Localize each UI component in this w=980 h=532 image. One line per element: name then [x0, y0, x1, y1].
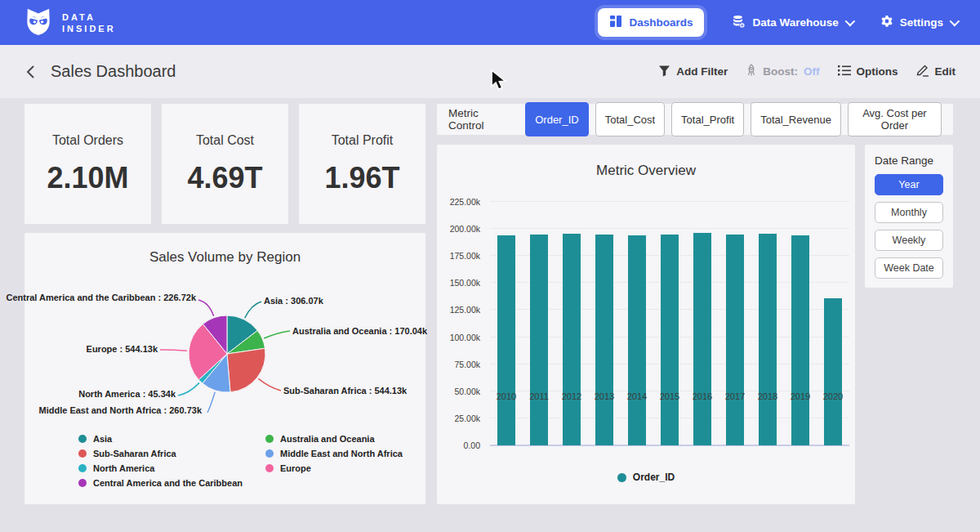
legend-dot-icon	[617, 473, 626, 482]
bar-cell	[588, 202, 621, 445]
settings-label: Settings	[900, 16, 943, 29]
pie-callout-line	[258, 378, 281, 391]
owl-logo-icon	[23, 6, 54, 40]
pie-legend-column: AsiaSub-Saharan AfricaNorth AmericaCentr…	[78, 434, 243, 488]
pie-legend-item: North America	[78, 463, 243, 473]
data-warehouse-menu[interactable]: Data Warehouse	[732, 15, 852, 31]
bar-cell	[817, 202, 849, 445]
pie-callout-label: Middle East and North Africa : 260.73k	[39, 405, 202, 416]
pie-callout-label: Europe : 544.13k	[87, 344, 158, 355]
bar-chart-legend: Order_ID	[437, 472, 855, 483]
date-range-option-monthly[interactable]: Monthly	[875, 202, 943, 223]
pie-legend-label: Central America and the Caribbean	[93, 478, 243, 488]
brand-line1: DATA	[62, 11, 116, 23]
date-range-label: Date Range	[875, 154, 943, 167]
bar-2011	[530, 235, 548, 445]
pie-chart-title: Sales Volume by Region	[24, 233, 425, 266]
x-tick-label: 2014	[621, 391, 653, 401]
bar-cell	[490, 202, 523, 445]
pie-callout-line	[264, 331, 290, 338]
bar-2015	[661, 235, 679, 445]
database-icon	[732, 15, 746, 31]
metric-chip-total-cost[interactable]: Total_Cost	[595, 102, 665, 136]
pie-slice-2	[227, 348, 265, 392]
x-tick-label: 2011	[523, 391, 555, 401]
bar-2010	[497, 235, 515, 445]
bar-chart-title: Metric Overview	[437, 145, 855, 179]
kpi-value: 1.96T	[324, 161, 399, 195]
pie-callout-line	[198, 300, 214, 316]
data-warehouse-label: Data Warehouse	[752, 16, 838, 29]
metric-overview-panel: Metric Overview 225.00k200.00k175.00k150…	[437, 145, 855, 504]
pie-callout-label: North America : 45.34k	[78, 389, 176, 400]
options-button[interactable]: Options	[838, 65, 898, 78]
pie-legend-item: Sub-Saharan Africa	[78, 449, 243, 458]
kpi-card: Total Orders2.10M	[24, 104, 151, 224]
brand-line2: INSIDER	[62, 23, 116, 34]
pie-callout-label: Sub-Saharan Africa : 544.13k	[283, 386, 407, 396]
y-tick-label: 100.00k	[450, 333, 480, 342]
top-navbar: DATA INSIDER Dashboards	[0, 0, 980, 45]
add-filter-label: Add Filter	[676, 65, 728, 78]
add-filter-button[interactable]: Add Filter	[658, 65, 728, 79]
page-title: Sales Dashboard	[51, 62, 176, 81]
bar-2018	[759, 234, 777, 445]
kpi-value: 4.69T	[187, 161, 262, 195]
legend-dot-icon	[78, 449, 87, 458]
x-tick-label: 2012	[555, 391, 588, 401]
back-button[interactable]	[24, 65, 36, 79]
legend-dot-icon	[78, 464, 87, 472]
bar-2020	[824, 298, 842, 445]
gear-icon	[880, 15, 893, 30]
bar-cell	[784, 202, 817, 445]
y-tick-label: 0.00	[464, 440, 480, 450]
legend-dot-icon	[265, 464, 274, 472]
bar-2012	[563, 234, 581, 445]
metric-chip-avg-cost-per-order[interactable]: Avg. Cost per Order	[848, 102, 942, 136]
pie-callout-line	[178, 382, 199, 396]
edit-button[interactable]: Edit	[916, 64, 956, 79]
pie-callout-line	[207, 392, 215, 413]
bar-cell	[523, 202, 555, 445]
pie-callout-line	[245, 302, 261, 318]
page-header: Sales Dashboard Add Filter Boost: Off	[0, 45, 980, 98]
x-tick-label: 2020	[817, 391, 849, 401]
bar-cell	[621, 202, 653, 445]
pie-legend-label: Sub-Saharan Africa	[93, 449, 176, 458]
settings-menu[interactable]: Settings	[880, 15, 957, 30]
metric-chip-total-profit[interactable]: Total_Profit	[671, 102, 744, 136]
bar-chart-plot: 225.00k200.00k175.00k150.00k125.00k100.0…	[437, 202, 855, 445]
metric-chip-order-id[interactable]: Order_ID	[525, 102, 588, 136]
y-tick-label: 200.00k	[450, 224, 480, 234]
legend-dot-icon	[78, 479, 87, 487]
date-range-option-week-date[interactable]: Week Date	[875, 257, 943, 279]
x-tick-label: 2013	[588, 391, 621, 401]
y-tick-label: 25.00k	[454, 414, 480, 423]
metric-control-label: Metric Control	[448, 107, 514, 132]
pie-legend-item: Australia and Oceania	[265, 434, 403, 444]
boost-toggle[interactable]: Boost: Off	[746, 64, 819, 79]
pie-legend-label: Europe	[280, 463, 311, 473]
options-label: Options	[857, 65, 898, 78]
pie-chart-legend: AsiaSub-Saharan AfricaNorth AmericaCentr…	[78, 434, 403, 488]
bar-chart-y-axis: 225.00k200.00k175.00k150.00k125.00k100.0…	[437, 202, 484, 445]
bar-2013	[595, 235, 613, 445]
y-tick-label: 150.00k	[450, 278, 480, 288]
pie-callout-label: Central America and the Caribbean : 226.…	[6, 293, 196, 303]
boost-state: Off	[804, 65, 820, 78]
pie-callout-line	[160, 350, 187, 351]
legend-label: Order_ID	[633, 472, 675, 483]
bar-2014	[628, 235, 646, 445]
date-range-option-weekly[interactable]: Weekly	[875, 230, 943, 251]
metric-chip-total-revenue[interactable]: Total_Revenue	[751, 102, 841, 136]
pie-legend-label: Australia and Oceania	[280, 434, 375, 444]
edit-label: Edit	[935, 65, 956, 78]
dashboards-button[interactable]: Dashboards	[598, 8, 704, 37]
bar-2017	[726, 235, 744, 445]
date-range-option-year[interactable]: Year	[875, 174, 943, 195]
pie-chart: Asia : 306.07kAustralia and Oceania : 17…	[24, 274, 425, 433]
kpi-label: Total Cost	[196, 133, 254, 148]
bar-cell	[751, 202, 784, 445]
app-logo[interactable]: DATA INSIDER	[23, 6, 116, 40]
date-range-panel: Date Range YearMonthlyWeeklyWeek Date	[865, 145, 953, 288]
